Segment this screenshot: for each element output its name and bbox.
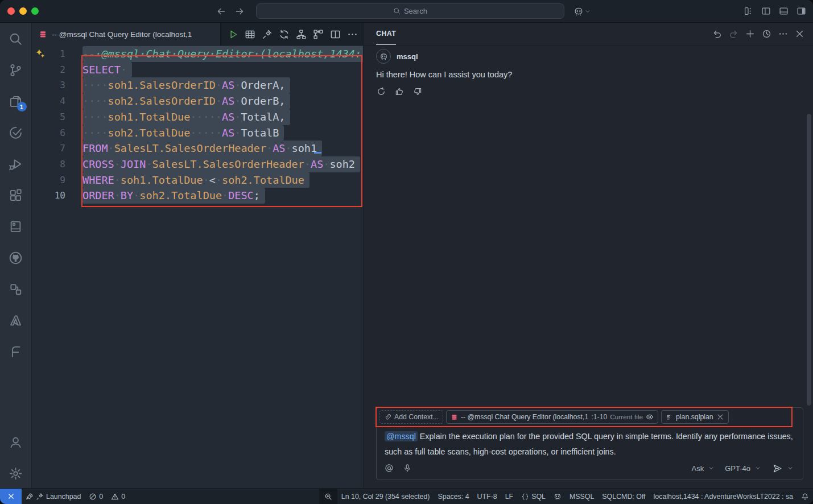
split-icon[interactable]: [329, 28, 341, 40]
code-line[interactable]: 10ORDER·BY·soh2.TotalDue·DESC;: [32, 188, 363, 204]
code-line-content[interactable]: ····soh1.TotalDue·····AS·TotalA,: [82, 109, 290, 125]
close-icon[interactable]: [794, 28, 805, 40]
warning-icon: [111, 493, 119, 501]
code-line-content[interactable]: FROM·SalesLT.SalesOrderHeader·AS·soh1: [82, 141, 322, 156]
status-item-bell[interactable]: [797, 489, 813, 504]
status-item-utf-8[interactable]: UTF-8: [473, 489, 501, 504]
tab-chat[interactable]: CHAT: [376, 23, 396, 45]
code-line[interactable]: 6····soh2.TotalDue·····AS·TotalB: [32, 125, 363, 141]
status-item-lf[interactable]: LF: [501, 489, 517, 504]
code-line[interactable]: 5····soh1.TotalDue·····AS·TotalA,: [32, 109, 363, 125]
close-button[interactable]: [7, 7, 15, 15]
activity-item-settings[interactable]: [8, 465, 24, 481]
mic-icon[interactable]: [402, 462, 413, 474]
status-item-mssql[interactable]: MSSQL: [566, 489, 598, 504]
undo-icon[interactable]: [711, 28, 723, 40]
chip-label: plan.sqlplan: [676, 413, 713, 421]
gutter-space: [65, 141, 82, 156]
status-item-spaces-4[interactable]: Spaces: 4: [434, 489, 473, 504]
status-item-0[interactable]: 0: [85, 489, 107, 504]
play-icon[interactable]: [227, 28, 239, 40]
activity-item-github[interactable]: [8, 250, 24, 266]
activity-item-extensions[interactable]: [8, 187, 24, 203]
code-line[interactable]: 4····soh2.SalesOrderID·AS·OrderB,: [32, 93, 363, 109]
table-icon[interactable]: [244, 28, 256, 40]
chip-range: :1-10: [591, 413, 607, 421]
status-item-0[interactable]: 0: [107, 489, 129, 504]
status-item-localhost-1434-adventure[interactable]: localhost,1434 : AdventureWorksLT2022 : …: [650, 489, 797, 504]
code-line-content[interactable]: --·@mssql·Chat·Query·Editor·(localhost,1…: [82, 46, 363, 62]
eye-icon[interactable]: [646, 413, 654, 421]
activity-item-run-debug[interactable]: [8, 156, 24, 172]
send-button[interactable]: [771, 462, 796, 474]
mention-chip[interactable]: @mssql: [385, 431, 418, 441]
chip-plan-file[interactable]: plan.sqlplan: [661, 410, 729, 424]
plus-icon[interactable]: [744, 28, 756, 40]
thumbs-up-icon[interactable]: [394, 86, 405, 97]
source-control-icon: [9, 63, 23, 77]
retry-icon[interactable]: [376, 86, 386, 97]
layout-icon[interactable]: [744, 6, 753, 16]
code-editor[interactable]: 1--·@mssql·Chat·Query·Editor·(localhost,…: [32, 46, 363, 488]
status-item-zoom-in[interactable]: [319, 489, 337, 504]
activity-item-server[interactable]: [8, 218, 24, 234]
panel-bottom-icon[interactable]: [779, 6, 789, 16]
tab-mssql-chat-query-editor[interactable]: -- @mssql Chat Query Editor (localhost,1: [32, 23, 221, 46]
code-line[interactable]: 3····soh1.SalesOrderID·AS·OrderA,: [32, 77, 363, 93]
ellipsis-icon[interactable]: [777, 28, 789, 40]
plug-icon[interactable]: [261, 28, 273, 40]
code-line[interactable]: 7FROM·SalesLT.SalesOrderHeader·AS·soh1: [32, 141, 363, 156]
panel-left-icon[interactable]: [761, 6, 771, 16]
chip-file-context[interactable]: -- @mssql Chat Query Editor (localhost,1…: [446, 410, 658, 424]
code-line[interactable]: 8CROSS·JOIN·SalesLT.SalesOrderHeader·AS·…: [32, 156, 363, 172]
plan-icon[interactable]: [312, 28, 324, 40]
code-line[interactable]: 9WHERE·soh1.TotalDue·<·soh2.TotalDue: [32, 172, 363, 188]
code-line[interactable]: 2SELECT·: [32, 62, 363, 78]
ellipsis-icon[interactable]: [346, 28, 358, 40]
activity-item-search[interactable]: [8, 31, 24, 47]
check-circle-icon: [9, 126, 23, 140]
activity-item-fabric[interactable]: [8, 344, 24, 360]
history-icon[interactable]: [761, 28, 772, 40]
minimize-button[interactable]: [19, 7, 27, 15]
at-icon[interactable]: [383, 462, 395, 474]
code-line-content[interactable]: WHERE·soh1.TotalDue·<·soh2.TotalDue: [82, 172, 309, 188]
thumbs-down-icon[interactable]: [412, 86, 423, 97]
status-item-sqlcmd-off[interactable]: SQLCMD: Off: [598, 489, 649, 504]
code-line-content[interactable]: ····soh2.SalesOrderID·AS·OrderB,: [82, 93, 290, 109]
chat-toolbar: [711, 28, 805, 40]
arrow-left-icon[interactable]: [216, 6, 226, 16]
status-item-sql[interactable]: SQL: [517, 489, 550, 504]
activity-item-account[interactable]: [8, 434, 24, 450]
sync-icon[interactable]: [278, 28, 290, 40]
activity-item-check-circle[interactable]: [8, 125, 24, 141]
chat-scrollbar[interactable]: [807, 114, 811, 406]
status-item-copilot[interactable]: [550, 489, 566, 504]
activity-item-linked-squares[interactable]: [8, 281, 24, 297]
redo-icon[interactable]: [728, 28, 739, 40]
panel-right-filled-icon[interactable]: [797, 6, 806, 16]
code-line-content[interactable]: ····soh1.SalesOrderID·AS·OrderA,: [82, 77, 290, 93]
close-icon[interactable]: [716, 413, 724, 421]
maximize-button[interactable]: [31, 7, 39, 15]
code-line[interactable]: 1--·@mssql·Chat·Query·Editor·(localhost,…: [32, 46, 363, 62]
copilot-menu[interactable]: [573, 6, 591, 16]
org-chart-icon[interactable]: [295, 28, 307, 40]
copilot-sparkle-icon[interactable]: [35, 48, 46, 59]
code-line-content[interactable]: SELECT·: [82, 62, 132, 78]
mode-dropdown[interactable]: Ask: [692, 462, 717, 474]
code-line-content[interactable]: CROSS·JOIN·SalesLT.SalesOrderHeader·AS·s…: [82, 156, 360, 172]
model-dropdown[interactable]: GPT-4o: [725, 462, 764, 474]
chat-input-text[interactable]: @mssql Explain the execution plan for th…: [377, 426, 803, 460]
arrow-right-icon[interactable]: [234, 6, 245, 16]
status-item-launchpad[interactable]: Launchpad: [22, 489, 85, 504]
command-center-search[interactable]: Search: [256, 3, 564, 19]
status-item-remote[interactable]: [0, 489, 22, 504]
code-line-content[interactable]: ORDER·BY·soh2.TotalDue·DESC;: [82, 188, 265, 204]
chip-add-context[interactable]: Add Context...: [379, 410, 443, 424]
code-line-content[interactable]: ····soh2.TotalDue·····AS·TotalB: [82, 125, 284, 141]
activity-item-azure[interactable]: [8, 312, 24, 328]
status-item-ln-10-col-29-354-selecte[interactable]: Ln 10, Col 29 (354 selected): [337, 489, 434, 504]
activity-item-source-control[interactable]: [8, 62, 24, 78]
activity-item-copilot-edits[interactable]: 1: [8, 93, 24, 109]
